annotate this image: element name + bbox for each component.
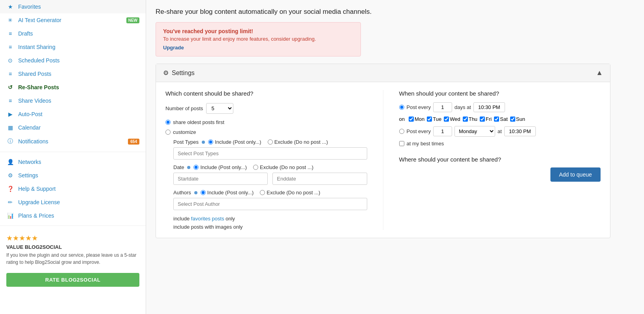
day-check-mon[interactable]: Mon — [409, 116, 424, 122]
sidebar-item-ai-text-generator[interactable]: ✳AI Text GeneratorNEW — [0, 13, 146, 27]
rate-blog2social-button[interactable]: RATE BLOG2SOCIAL — [6, 273, 139, 287]
authors-include-option[interactable]: Include (Post only...) — [201, 190, 254, 196]
weekday-number-input[interactable] — [433, 126, 452, 136]
authors-dot — [194, 191, 197, 194]
page-subtitle: Re-share your blog content automatically… — [156, 8, 610, 16]
when-heading: When should your content be shared? — [399, 90, 601, 97]
upgrade-link[interactable]: Upgrade — [163, 45, 184, 51]
authors-exclude-option[interactable]: Exclude (Do no post ...) — [260, 190, 320, 196]
checkbox-mon[interactable] — [409, 117, 414, 122]
date-exclude-option[interactable]: Exclude (Do no post ...) — [253, 164, 314, 170]
checkbox-tue[interactable] — [427, 117, 432, 122]
checkbox-thu[interactable] — [463, 117, 468, 122]
time-input-1[interactable] — [473, 102, 505, 112]
plans-prices-icon: 📊 — [6, 212, 14, 219]
sidebar-item-favorites[interactable]: ★Favorites — [0, 0, 146, 13]
startdate-input[interactable] — [173, 173, 268, 185]
best-times-label: at my best times — [407, 141, 444, 147]
post-types-exclude-radio[interactable] — [268, 139, 273, 145]
sidebar-item-auto-post[interactable]: ▶Auto-Post — [0, 107, 146, 121]
post-every-days-row: Post every days at — [399, 102, 601, 112]
customize-radio-row: customize — [165, 129, 367, 135]
time-input-2[interactable] — [504, 126, 536, 136]
days-number-input[interactable] — [433, 102, 452, 112]
date-exclude-radio[interactable] — [253, 165, 258, 170]
help-support-icon: ❓ — [6, 186, 14, 192]
oldest-posts-radio[interactable] — [165, 120, 171, 125]
sidebar-item-calendar[interactable]: ▦Calendar — [0, 121, 146, 134]
day-label-tue: Tue — [433, 116, 441, 122]
sidebar-item-plans-prices[interactable]: 📊Plans & Prices — [0, 209, 146, 222]
day-of-week-select[interactable]: MondayTuesdayWednesdayThursdayFridaySatu… — [454, 126, 495, 137]
when-section: When should your content be shared? Post… — [399, 90, 601, 147]
sidebar-label-upgrade-license: Upgrade License — [18, 199, 139, 205]
posting-limit-alert: You've reached your posting limit! To in… — [156, 22, 361, 56]
day-check-wed[interactable]: Wed — [444, 116, 460, 122]
collapse-icon[interactable]: ▲ — [596, 69, 603, 77]
checkbox-fri[interactable] — [480, 117, 485, 122]
sidebar-item-help-support[interactable]: ❓Help & Support — [0, 182, 146, 196]
sidebar-label-calendar: Calendar — [18, 124, 139, 131]
checkbox-sat[interactable] — [494, 117, 499, 122]
sidebar-label-ai-text-generator: AI Text Generator — [18, 17, 120, 23]
alert-body: To increase your limit and enjoy more fe… — [163, 36, 353, 42]
favorites-posts-link[interactable]: favorites posts — [191, 216, 224, 222]
value-title: VALUE BLOG2SOCIAL — [0, 244, 146, 252]
post-every-days-radio[interactable] — [399, 105, 404, 110]
day-check-sun[interactable]: Sun — [510, 116, 525, 122]
enddate-input[interactable] — [272, 173, 367, 185]
post-every-weekday-radio[interactable] — [399, 129, 404, 134]
settings-right-column: When should your content be shared? Post… — [383, 90, 601, 230]
sidebar-item-scheduled-posts[interactable]: ⊙Scheduled Posts — [0, 54, 146, 67]
upgrade-license-icon: ✏ — [6, 199, 14, 205]
include-favorites-suffix: only — [224, 216, 235, 222]
sidebar-item-networks[interactable]: 👤Networks — [0, 155, 146, 169]
best-times-checkbox[interactable] — [399, 141, 404, 146]
badge-new-ai-text-generator: NEW — [126, 17, 139, 23]
on-label: on — [399, 116, 405, 122]
sidebar-nav: ★Favorites✳AI Text GeneratorNEW≡Drafts≡I… — [0, 0, 146, 149]
day-check-fri[interactable]: Fri — [480, 116, 492, 122]
sidebar-item-instant-sharing[interactable]: ≡Instant Sharing — [0, 40, 146, 54]
settings-icon: ⚙ — [6, 172, 14, 179]
post-types-include-option[interactable]: Include (Post only...) — [208, 139, 261, 145]
date-include-option[interactable]: Include (Post only...) — [193, 164, 247, 170]
post-types-include-radio[interactable] — [208, 139, 213, 145]
sidebar-item-reshare-posts[interactable]: ↺Re-Share Posts — [0, 81, 146, 94]
checkbox-sun[interactable] — [510, 117, 515, 122]
sidebar-item-share-videos[interactable]: ≡Share Videos — [0, 94, 146, 107]
drafts-icon: ≡ — [6, 30, 14, 37]
date-include-radio[interactable] — [193, 165, 199, 170]
post-types-exclude-option[interactable]: Exclude (Do no post ...) — [268, 139, 328, 145]
select-post-author-input[interactable] — [173, 198, 367, 210]
reshare-posts-icon: ↺ — [6, 84, 14, 90]
num-posts-select[interactable]: 12345101520 — [206, 103, 233, 114]
authors-include-label: Include (Post only...) — [207, 190, 254, 196]
date-filter: Date Include (Post only...) — [173, 164, 367, 185]
day-label-wed: Wed — [450, 116, 460, 122]
sidebar-label-instant-sharing: Instant Sharing — [18, 44, 139, 50]
sidebar-item-notifications[interactable]: ⓘNotifications654 — [0, 134, 146, 149]
sidebar-item-shared-posts[interactable]: ≡Shared Posts — [0, 67, 146, 81]
date-label: Date — [173, 164, 184, 170]
day-check-sat[interactable]: Sat — [494, 116, 508, 122]
day-check-tue[interactable]: Tue — [427, 116, 441, 122]
day-check-thu[interactable]: Thu — [463, 116, 477, 122]
settings-header[interactable]: ⚙ Settings ▲ — [156, 64, 610, 82]
authors-filter: Authors Include (Post only...) — [173, 190, 367, 210]
authors-include-radio[interactable] — [201, 190, 206, 195]
sidebar-label-drafts: Drafts — [18, 30, 139, 37]
add-to-queue-button[interactable]: Add to queue — [550, 167, 601, 182]
date-dot — [187, 166, 190, 169]
customize-label: customize — [173, 129, 196, 135]
networks-icon: 👤 — [6, 159, 14, 165]
post-types-options: Include (Post only...) Exclude (Do no po… — [208, 139, 328, 145]
post-every-days-section: Post every days at onMonTueWedThuFriSatS… — [399, 102, 601, 122]
sidebar-item-settings[interactable]: ⚙Settings — [0, 169, 146, 182]
customize-radio[interactable] — [165, 130, 171, 135]
sidebar-item-drafts[interactable]: ≡Drafts — [0, 27, 146, 40]
select-post-types-input[interactable] — [173, 147, 367, 160]
authors-exclude-radio[interactable] — [260, 190, 265, 195]
checkbox-wed[interactable] — [444, 117, 449, 122]
sidebar-item-upgrade-license[interactable]: ✏Upgrade License — [0, 196, 146, 209]
